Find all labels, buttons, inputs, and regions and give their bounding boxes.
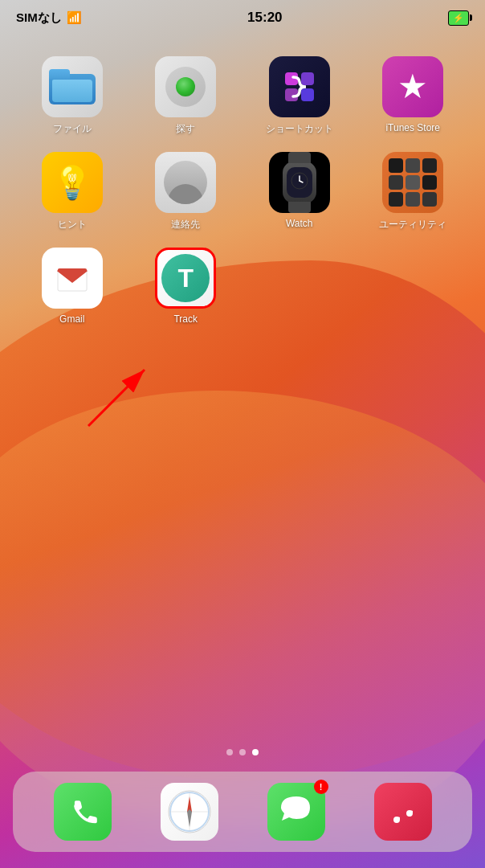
watch-label: Watch <box>286 218 313 229</box>
find-label: 探す <box>176 122 195 136</box>
find-graphic <box>165 67 206 107</box>
music-graphic <box>387 796 419 828</box>
watch-icon <box>269 152 330 213</box>
itunes-star-graphic: ★ <box>397 70 428 104</box>
safari-graphic <box>166 788 213 835</box>
shortcuts-graphic <box>279 66 320 108</box>
itunes-icon: ★ <box>382 56 443 117</box>
track-t-letter: T <box>177 264 194 293</box>
app-gmail[interactable]: Gmail <box>19 248 125 325</box>
page-dots <box>0 749 485 755</box>
app-watch[interactable]: Watch <box>247 152 353 231</box>
app-find[interactable]: 探す <box>133 56 239 136</box>
contacts-label: 連絡先 <box>171 218 200 231</box>
phone-graphic <box>67 796 99 828</box>
files-folder-graphic <box>49 69 96 104</box>
hints-icon: 💡 <box>42 152 103 213</box>
carrier-label: SIMなし <box>16 10 62 26</box>
svg-rect-3 <box>301 88 314 101</box>
app-hints[interactable]: 💡 ヒント <box>19 152 125 231</box>
gmail-graphic <box>51 257 93 299</box>
battery-icon: ⚡ <box>448 10 469 26</box>
files-label: ファイル <box>53 122 92 136</box>
track-label: Track <box>173 313 198 325</box>
app-shortcuts[interactable]: ショートカット <box>247 56 353 136</box>
shortcuts-icon <box>269 56 330 117</box>
svg-rect-1 <box>301 72 314 85</box>
utilities-label: ユーティリティ <box>379 218 446 231</box>
phone-icon <box>54 783 112 841</box>
messages-badge: ! <box>314 780 328 794</box>
safari-icon <box>161 783 218 841</box>
gmail-icon <box>42 248 103 309</box>
shortcuts-label: ショートカット <box>266 122 333 136</box>
app-contacts[interactable]: 連絡先 <box>133 152 239 231</box>
app-empty2 <box>361 248 467 325</box>
contacts-avatar-graphic <box>164 161 207 204</box>
music-icon <box>374 783 432 841</box>
contacts-icon <box>155 152 216 213</box>
track-icon: T <box>155 248 216 309</box>
utilities-grid-graphic <box>384 154 442 211</box>
find-icon <box>155 56 216 117</box>
messages-graphic <box>278 793 315 830</box>
dot-3 <box>252 749 259 755</box>
app-track[interactable]: T Track <box>133 248 239 325</box>
utilities-icon <box>382 152 443 213</box>
app-empty1 <box>247 248 353 325</box>
status-bar: SIMなし 📶 15:20 ⚡ <box>0 0 485 35</box>
app-utilities[interactable]: ユーティリティ <box>361 152 467 231</box>
dock-app-music[interactable] <box>374 783 432 841</box>
status-right: ⚡ <box>448 10 469 26</box>
app-files[interactable]: ファイル <box>19 56 125 136</box>
dock-app-messages[interactable]: ! <box>267 783 325 841</box>
hints-bulb-graphic: 💡 <box>52 166 92 199</box>
hints-label: ヒント <box>58 218 87 231</box>
watch-body-graphic <box>283 162 316 203</box>
dock: ! <box>13 772 472 852</box>
dock-app-safari[interactable] <box>161 783 218 841</box>
files-icon <box>42 56 103 117</box>
app-grid: ファイル 探す <box>0 48 485 333</box>
app-itunes[interactable]: ★ iTunes Store <box>361 56 467 136</box>
dot-2 <box>239 749 246 755</box>
watch-screen-graphic <box>290 171 309 194</box>
itunes-label: iTunes Store <box>385 122 440 133</box>
wallpaper-wave2 <box>0 391 485 825</box>
status-left: SIMなし 📶 <box>16 10 82 26</box>
dock-app-phone[interactable] <box>54 783 112 841</box>
dot-1 <box>226 749 233 755</box>
wifi-icon: 📶 <box>67 10 82 25</box>
clock: 15:20 <box>247 10 282 26</box>
gmail-label: Gmail <box>59 313 84 325</box>
track-circle-graphic: T <box>161 254 210 302</box>
